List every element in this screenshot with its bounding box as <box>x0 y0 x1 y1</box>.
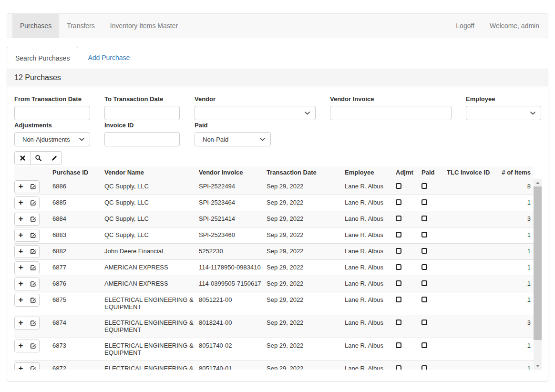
employee-select[interactable] <box>466 106 541 120</box>
field-invoice-id: Invoice ID <box>104 122 180 146</box>
add-line-button[interactable]: + <box>14 362 27 370</box>
from-transaction-date-input[interactable] <box>14 106 90 120</box>
edit-row-button[interactable] <box>27 245 40 258</box>
adjmt-checkbox[interactable] <box>396 199 401 205</box>
paid-select[interactable]: Non-Paid <box>195 132 271 146</box>
row-actions-cell: + <box>14 315 52 338</box>
paid-checkbox[interactable] <box>421 216 427 221</box>
vendor-invoice-input[interactable] <box>330 106 452 120</box>
vertical-scrollbar[interactable] <box>534 179 542 370</box>
plus-icon: + <box>19 182 23 190</box>
paid-checkbox[interactable] <box>421 297 427 302</box>
adjmt-checkbox[interactable] <box>396 248 401 254</box>
adjmt-cell <box>396 292 421 315</box>
add-line-button[interactable]: + <box>14 196 27 209</box>
paid-cell <box>421 292 447 315</box>
paid-checkbox[interactable] <box>421 320 427 325</box>
paid-cell <box>421 179 447 195</box>
edit-row-button[interactable] <box>27 317 40 330</box>
adjmt-cell <box>396 260 421 276</box>
edit-note-icon <box>30 320 37 327</box>
adjmt-checkbox[interactable] <box>396 264 401 270</box>
add-line-button[interactable]: + <box>14 245 27 258</box>
purchase-id-cell: 6885 <box>52 195 104 211</box>
grid-scroll-viewport[interactable]: + 6886 QC Supply, LLC SPI-2522494 Sep 29… <box>14 179 534 370</box>
grid-toolbar <box>14 151 62 165</box>
paid-checkbox[interactable] <box>421 365 427 370</box>
to-transaction-date-input[interactable] <box>104 106 180 120</box>
num-items-cell: 3 <box>498 211 534 227</box>
scroll-down-arrow[interactable] <box>534 362 542 370</box>
purchase-id-cell: 6886 <box>52 179 104 195</box>
clear-filters-button[interactable] <box>14 151 31 165</box>
chevron-down-icon <box>260 138 265 141</box>
adjustments-select[interactable]: Non-Ajdustments <box>14 132 90 146</box>
edit-row-button[interactable] <box>27 340 40 352</box>
adjmt-checkbox[interactable] <box>396 216 401 221</box>
add-line-button[interactable]: + <box>14 317 27 330</box>
row-actions-cell: + <box>14 227 52 244</box>
edit-button[interactable] <box>46 151 62 165</box>
nav-item-transfers[interactable]: Transfers <box>59 14 103 38</box>
paid-checkbox[interactable] <box>421 248 427 254</box>
edit-row-button[interactable] <box>27 196 40 209</box>
edit-row-button[interactable] <box>27 294 40 307</box>
edit-row-button[interactable] <box>27 213 40 226</box>
adjmt-checkbox[interactable] <box>396 183 401 189</box>
plus-icon: + <box>19 319 23 327</box>
add-line-button[interactable]: + <box>14 229 27 242</box>
table-row: + 6872 ELECTRICAL ENGINEERING & EQUIPMEN… <box>14 361 534 370</box>
tab-add-purchase[interactable]: Add Purchase <box>80 47 138 69</box>
welcome-user-label: Welcome, admin <box>482 14 547 38</box>
nav-item-purchases[interactable]: Purchases <box>12 14 59 38</box>
logoff-link[interactable]: Logoff <box>448 14 482 38</box>
scrollbar-thumb[interactable] <box>534 186 542 340</box>
table-row: + 6882 John Deere Financial 5252230 Sep … <box>14 244 534 260</box>
search-button[interactable] <box>30 151 46 165</box>
vendor-name-cell: QC Supply, LLC <box>104 227 199 244</box>
tlc-invoice-id-cell <box>447 195 498 211</box>
add-line-button[interactable]: + <box>14 261 27 274</box>
col-purchase-id: Purchase ID <box>52 166 104 179</box>
adjmt-checkbox[interactable] <box>396 365 401 370</box>
scroll-up-arrow[interactable] <box>534 179 542 186</box>
plus-icon: + <box>19 198 23 206</box>
employee-cell: Lane R. Albus <box>345 227 396 244</box>
add-line-button[interactable]: + <box>14 278 27 290</box>
table-row: + 6876 AMERICAN EXPRESS 114-0399505-7150… <box>14 276 534 292</box>
field-to-transaction-date: To Transaction Date <box>104 95 180 120</box>
tab-search-purchases[interactable]: Search Purchases <box>7 47 78 69</box>
adjmt-checkbox[interactable] <box>396 342 401 348</box>
row-actions-cell: + <box>14 361 52 370</box>
edit-row-button[interactable] <box>27 229 40 242</box>
adjmt-cell <box>396 179 421 195</box>
add-line-button[interactable]: + <box>14 340 27 352</box>
paid-checkbox[interactable] <box>421 280 427 286</box>
nav-item-inventory-items-master[interactable]: Inventory Items Master <box>103 14 185 38</box>
adjmt-checkbox[interactable] <box>396 232 401 237</box>
paid-cell <box>421 195 447 211</box>
edit-row-button[interactable] <box>27 278 40 290</box>
invoice-id-input[interactable] <box>104 132 180 146</box>
employee-cell: Lane R. Albus <box>345 260 396 276</box>
add-line-button[interactable]: + <box>14 294 27 307</box>
paid-checkbox[interactable] <box>421 183 427 189</box>
col-paid: Paid <box>421 166 447 179</box>
paid-checkbox[interactable] <box>421 232 427 237</box>
adjmt-checkbox[interactable] <box>396 280 401 286</box>
table-row: + 6883 QC Supply, LLC SPI-2523460 Sep 29… <box>14 227 534 244</box>
num-items-cell: 1 <box>498 195 534 211</box>
adjmt-checkbox[interactable] <box>396 297 401 302</box>
paid-checkbox[interactable] <box>421 199 427 205</box>
edit-row-button[interactable] <box>27 261 40 274</box>
vendor-select[interactable] <box>195 106 316 120</box>
paid-checkbox[interactable] <box>421 264 427 270</box>
edit-row-button[interactable] <box>27 180 40 193</box>
edit-row-button[interactable] <box>27 362 40 370</box>
vendor-name-cell: ELECTRICAL ENGINEERING & EQUIPMENT <box>104 338 199 361</box>
adjmt-checkbox[interactable] <box>396 320 401 325</box>
search-purchases-panel: 12 Purchases From Transaction Date To Tr… <box>7 69 548 382</box>
add-line-button[interactable]: + <box>14 213 27 226</box>
paid-checkbox[interactable] <box>421 342 427 348</box>
add-line-button[interactable]: + <box>14 180 27 193</box>
